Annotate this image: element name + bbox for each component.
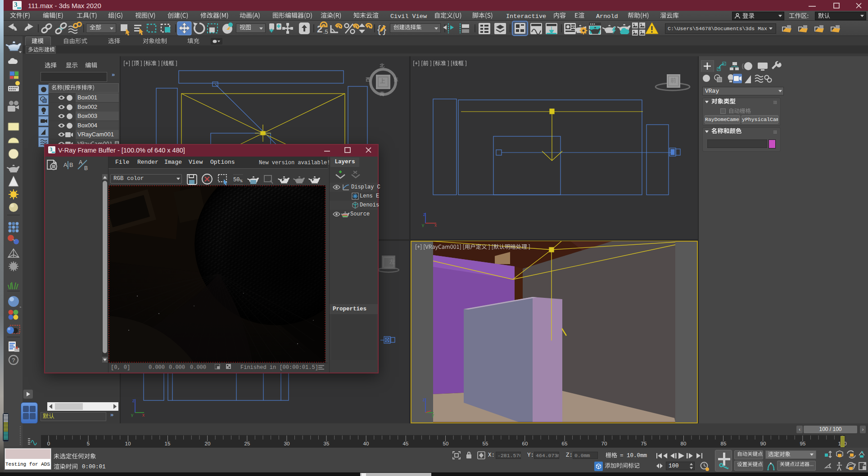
svg-text:z: z — [423, 397, 425, 402]
svg-text:{: { — [377, 23, 381, 35]
svg-text:.5: .5 — [323, 28, 328, 35]
svg-text:y: y — [422, 223, 424, 227]
svg-text:50: 50 — [233, 177, 240, 183]
svg-text:?: ? — [12, 357, 15, 364]
svg-text:x: x — [434, 223, 437, 227]
svg-text:2: 2 — [317, 23, 322, 35]
svg-text:y: y — [432, 413, 434, 418]
svg-text:B: B — [84, 165, 88, 171]
svg-text:x: x — [142, 413, 145, 417]
svg-text:z: z — [423, 212, 425, 217]
svg-text:A: A — [63, 162, 68, 168]
svg-text:B: B — [69, 162, 73, 168]
svg-text:z: z — [132, 398, 135, 403]
svg-text:y: y — [131, 413, 133, 417]
svg-text:%: % — [240, 179, 243, 184]
